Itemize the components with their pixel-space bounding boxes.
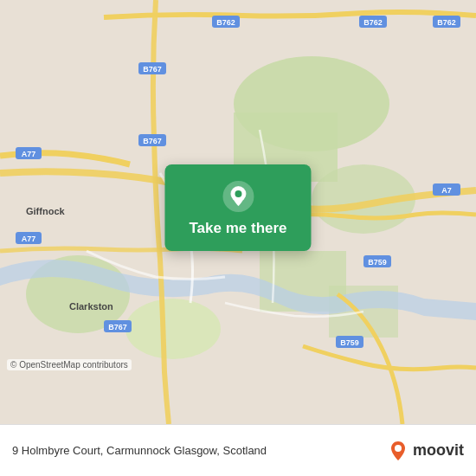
moovit-icon: [387, 440, 409, 462]
svg-text:B759: B759: [340, 338, 359, 347]
svg-text:B767: B767: [143, 65, 162, 74]
copyright-text: © OpenStreetMap contributors: [7, 359, 132, 370]
svg-text:B762: B762: [363, 18, 383, 27]
svg-text:Giffnock: Giffnock: [26, 206, 65, 216]
svg-text:B767: B767: [143, 137, 162, 145]
location-pin-icon: [222, 180, 254, 213]
address-text: 9 Holmbyre Court, Carmunnock Glasgow, Sc…: [12, 444, 387, 457]
svg-point-38: [395, 445, 402, 452]
svg-text:A7: A7: [441, 186, 452, 195]
svg-text:Clarkston: Clarkston: [69, 301, 113, 312]
moovit-text: moovit: [413, 441, 464, 460]
svg-text:B762: B762: [216, 18, 235, 27]
take-me-there-button[interactable]: Take me there: [164, 164, 311, 251]
footer: 9 Holmbyre Court, Carmunnock Glasgow, Sc…: [0, 424, 476, 476]
map-container: A77 A77 B767 B767 B767 B762 B762 B762 B7…: [0, 0, 476, 424]
svg-text:B759: B759: [368, 258, 387, 267]
svg-text:B767: B767: [108, 323, 127, 331]
moovit-logo: moovit: [387, 440, 464, 462]
svg-point-6: [125, 299, 221, 359]
svg-text:A77: A77: [22, 150, 36, 158]
svg-text:A77: A77: [22, 235, 36, 243]
svg-point-37: [235, 190, 241, 197]
svg-text:B762: B762: [437, 18, 456, 27]
popup-label: Take me there: [189, 220, 286, 237]
